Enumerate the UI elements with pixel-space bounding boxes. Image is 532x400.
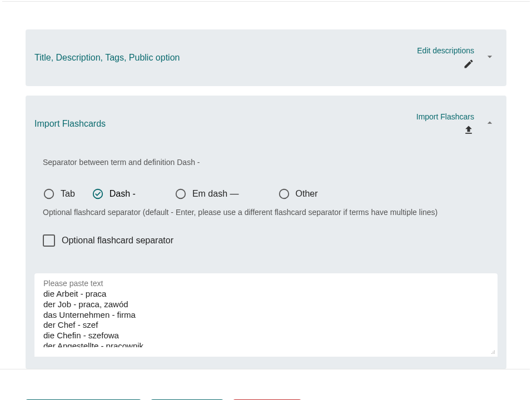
resize-handle-icon[interactable] [488,347,495,354]
radio-tab-label: Tab [61,189,75,199]
panel-bottom-divider [0,369,530,369]
separator-radio-group: Tab Dash - Em dash — Other [43,188,489,200]
panel-title-description-label: Title, Description, Tags, Public option [34,53,417,63]
checkbox-unchecked-icon [43,234,55,247]
radio-unchecked-icon [43,188,55,200]
radio-checked-icon [92,188,104,200]
import-flashcards-right-label: Import Flashcars [416,112,474,121]
panel-title-description: Title, Description, Tags, Public option … [26,29,506,86]
radio-emdash[interactable]: Em dash — [175,188,239,200]
pencil-icon [463,58,474,69]
chevron-up-icon [484,117,495,131]
optional-separator-checkbox[interactable]: Optional flashcard separator [43,234,489,247]
panel-import-flashcards-label: Import Flashcards [34,119,416,129]
optional-separator-checkbox-label: Optional flashcard separator [62,236,173,246]
chevron-down-icon [484,51,495,64]
radio-unchecked-icon [278,188,290,200]
paste-text-field-wrap: Please paste text [34,273,498,357]
separator-info-text: Separator between term and definition Da… [43,158,489,167]
radio-other-label: Other [296,189,318,199]
panel-import-flashcards: Import Flashcards Import Flashcars Separ… [26,96,506,369]
upload-icon [463,124,474,136]
radio-dash-label: Dash - [110,189,136,199]
panel-import-flashcards-header[interactable]: Import Flashcards Import Flashcars [26,96,506,152]
panel-title-description-header[interactable]: Title, Description, Tags, Public option … [26,29,506,86]
radio-other[interactable]: Other [278,188,318,200]
radio-dash[interactable]: Dash - [92,188,136,200]
optional-separator-info: Optional flashcard separator (default - … [43,208,489,217]
radio-unchecked-icon [175,188,187,200]
radio-emdash-label: Em dash — [192,189,239,199]
paste-text-input[interactable] [43,289,489,347]
paste-text-label: Please paste text [43,279,489,288]
radio-tab[interactable]: Tab [43,188,75,200]
page-top-separator [2,1,530,2]
panel-import-body: Separator between term and definition Da… [26,152,506,369]
edit-descriptions-label: Edit descriptions [417,46,474,55]
